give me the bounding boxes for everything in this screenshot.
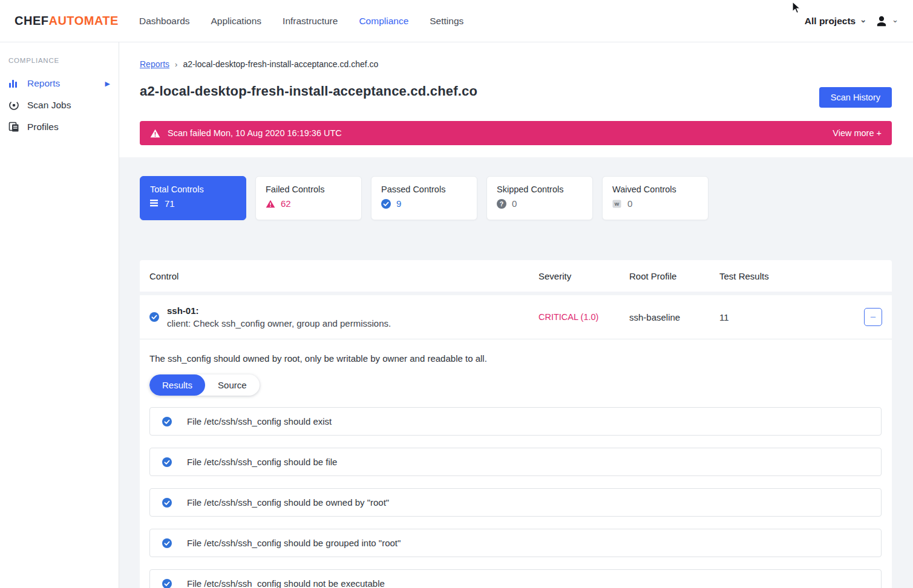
alert-message: Scan failed Mon, 10 Aug 2020 16:19:36 UT… xyxy=(168,128,342,138)
stat-card-label: Total Controls xyxy=(150,185,236,194)
projects-filter-dropdown[interactable]: All projects ⌄ xyxy=(805,16,866,27)
stat-card-label: Waived Controls xyxy=(612,185,698,194)
control-severity: CRITICAL (1.0) xyxy=(538,312,629,322)
check-circle-icon xyxy=(162,457,172,467)
stat-card-failed-controls[interactable]: Failed Controls 62 xyxy=(255,176,362,220)
nav-applications[interactable]: Applications xyxy=(211,12,262,30)
bar-chart-icon xyxy=(8,78,19,89)
chevron-down-icon: ⌄ xyxy=(892,16,898,24)
check-circle-icon xyxy=(162,417,172,426)
sidebar-section-label: COMPLIANCE xyxy=(8,57,119,64)
scan-history-button[interactable]: Scan History xyxy=(819,87,892,108)
stat-card-label: Skipped Controls xyxy=(497,185,583,194)
logo-automate-text: AUTOMATE xyxy=(48,14,118,28)
nav-dashboards[interactable]: Dashboards xyxy=(139,12,190,30)
svg-text:?: ? xyxy=(500,200,503,207)
svg-text:w: w xyxy=(614,200,620,207)
user-menu[interactable]: ⌄ xyxy=(875,15,898,28)
test-result-list: File /etc/ssh/ssh_config should exist Fi… xyxy=(149,407,882,588)
test-result-row: File /etc/ssh/ssh_config should exist xyxy=(149,407,882,436)
stat-card-total-controls[interactable]: Total Controls 71 xyxy=(140,176,246,220)
logo-chef-text: CHEF xyxy=(15,14,48,28)
nav-infrastructure[interactable]: Infrastructure xyxy=(283,12,338,30)
controls-table-header: Control Severity Root Profile Test Resul… xyxy=(140,260,892,292)
check-circle-icon xyxy=(162,538,172,548)
column-header-test-results: Test Results xyxy=(719,271,882,281)
projects-filter-label: All projects xyxy=(805,16,856,27)
stat-card-passed-controls[interactable]: Passed Controls 9 xyxy=(371,176,477,220)
waived-w-icon: w xyxy=(612,199,622,209)
nav-settings[interactable]: Settings xyxy=(430,12,463,30)
control-summary: The ssh_config should owned by root, onl… xyxy=(149,353,882,364)
sidebar-item-reports[interactable]: Reports ▶ xyxy=(7,73,119,94)
view-more-link[interactable]: View more + xyxy=(833,128,882,138)
test-result-row: File /etc/ssh/ssh_config should be owned… xyxy=(149,488,882,517)
control-description: client: Check ssh_config owner, group an… xyxy=(167,318,391,328)
nav-compliance[interactable]: Compliance xyxy=(359,12,408,30)
column-header-root-profile: Root Profile xyxy=(629,271,719,281)
stat-card-label: Failed Controls xyxy=(266,185,352,194)
top-nav-bar: CHEFAUTOMATE Dashboards Applications Inf… xyxy=(0,0,913,42)
check-circle-icon xyxy=(381,199,391,209)
app-window: CHEFAUTOMATE Dashboards Applications Inf… xyxy=(0,0,913,588)
control-test-results: 11 xyxy=(719,312,729,322)
test-result-text: File /etc/ssh/ssh_config should exist xyxy=(187,416,332,426)
stat-card-value: 71 xyxy=(165,198,175,209)
sidebar-item-label: Reports xyxy=(27,78,60,89)
test-result-text: File /etc/ssh/ssh_config should not be e… xyxy=(187,578,385,588)
control-root-profile: ssh-baseline xyxy=(629,312,719,322)
test-result-text: File /etc/ssh/ssh_config should be group… xyxy=(187,538,401,548)
tab-source[interactable]: Source xyxy=(205,374,260,396)
control-row-ssh-01[interactable]: ssh-01: client: Check ssh_config owner, … xyxy=(140,295,892,339)
report-body: Total Controls 71 Failed Controls xyxy=(119,157,913,588)
test-result-row: File /etc/ssh/ssh_config should be file xyxy=(149,448,882,476)
control-id: ssh-01: xyxy=(167,305,391,316)
mouse-cursor xyxy=(790,1,802,15)
column-header-control: Control xyxy=(149,271,538,281)
compliance-sidebar: COMPLIANCE Reports ▶ xyxy=(0,42,119,588)
radar-icon xyxy=(8,100,19,111)
scan-failed-banner: Scan failed Mon, 10 Aug 2020 16:19:36 UT… xyxy=(140,121,892,145)
collapse-row-button[interactable]: − xyxy=(864,308,882,326)
check-circle-icon xyxy=(162,498,172,508)
page-header: Reports › a2-local-desktop-fresh-install… xyxy=(119,42,913,145)
chevron-right-icon[interactable]: ▶ xyxy=(105,80,110,88)
topbar-right-controls: All projects ⌄ ⌄ xyxy=(805,15,898,28)
control-detail-panel: The ssh_config should owned by root, onl… xyxy=(140,339,892,588)
sidebar-item-label: Scan Jobs xyxy=(27,100,71,111)
sidebar-item-profiles[interactable]: Profiles xyxy=(7,116,119,138)
sidebar-item-scan-jobs[interactable]: Scan Jobs xyxy=(7,94,119,116)
stat-card-value: 9 xyxy=(396,198,401,209)
check-circle-icon xyxy=(162,579,172,588)
control-card: ssh-01: client: Check ssh_config owner, … xyxy=(140,295,892,588)
stat-card-waived-controls[interactable]: Waived Controls w 0 xyxy=(602,176,708,220)
warning-triangle-icon xyxy=(150,129,160,138)
stat-card-skipped-controls[interactable]: Skipped Controls ? 0 xyxy=(486,176,593,220)
breadcrumb-current: a2-local-desktop-fresh-install-acceptanc… xyxy=(183,59,378,69)
breadcrumb: Reports › a2-local-desktop-fresh-install… xyxy=(140,59,892,69)
breadcrumb-reports-link[interactable]: Reports xyxy=(140,59,169,69)
main-content: Reports › a2-local-desktop-fresh-install… xyxy=(119,42,913,588)
detail-tabs: Results Source xyxy=(149,374,260,396)
chevron-down-icon: ⌄ xyxy=(860,16,866,24)
question-circle-icon: ? xyxy=(497,199,506,209)
test-result-row: File /etc/ssh/ssh_config should be group… xyxy=(149,529,882,557)
tab-results[interactable]: Results xyxy=(149,374,205,396)
test-result-text: File /etc/ssh/ssh_config should be file xyxy=(187,457,337,467)
profiles-icon xyxy=(8,122,19,132)
page-title: a2-local-desktop-fresh-install-acceptanc… xyxy=(140,83,477,99)
stat-card-value: 0 xyxy=(512,198,517,209)
control-stat-cards: Total Controls 71 Failed Controls xyxy=(140,176,892,220)
chevron-right-icon: › xyxy=(175,60,177,69)
list-icon xyxy=(150,200,159,207)
stat-card-value: 0 xyxy=(627,198,632,209)
sidebar-item-label: Profiles xyxy=(27,122,59,132)
user-icon xyxy=(875,15,888,28)
check-circle-icon xyxy=(149,312,159,322)
chef-automate-logo[interactable]: CHEFAUTOMATE xyxy=(15,14,119,28)
test-result-text: File /etc/ssh/ssh_config should be owned… xyxy=(187,497,389,508)
test-result-row: File /etc/ssh/ssh_config should not be e… xyxy=(149,569,882,588)
main-nav: Dashboards Applications Infrastructure C… xyxy=(139,12,463,30)
warning-triangle-icon xyxy=(266,200,275,208)
stat-card-label: Passed Controls xyxy=(381,185,467,194)
